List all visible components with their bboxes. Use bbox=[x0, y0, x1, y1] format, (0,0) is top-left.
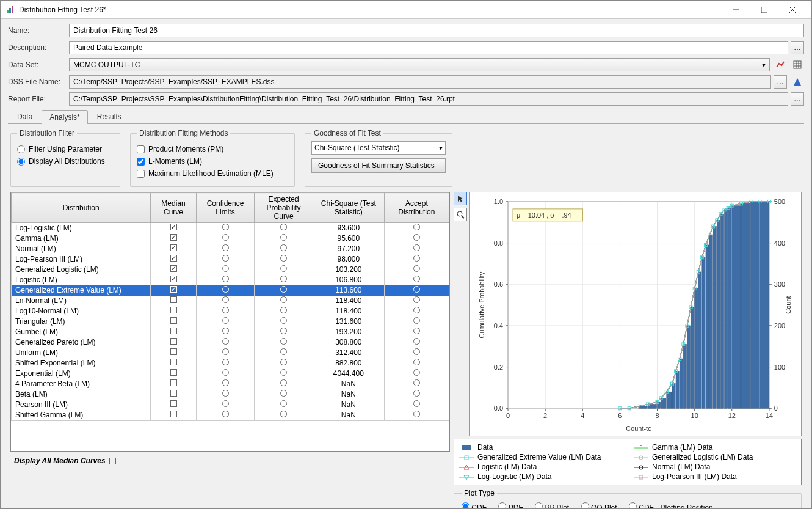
confidence-limits-radio[interactable] bbox=[222, 379, 229, 386]
median-curve-checkbox[interactable] bbox=[170, 224, 177, 230]
accept-distribution-radio[interactable] bbox=[413, 244, 420, 251]
accept-distribution-radio[interactable] bbox=[413, 265, 420, 272]
accept-distribution-radio[interactable] bbox=[413, 307, 420, 313]
confidence-limits-radio[interactable] bbox=[222, 234, 229, 241]
gof-summary-button[interactable]: Goodness of Fit Summary Statistics bbox=[311, 158, 446, 173]
maximize-button[interactable] bbox=[750, 1, 778, 19]
col-distribution[interactable]: Distribution bbox=[12, 193, 151, 223]
plot-type-cdf-radio[interactable] bbox=[462, 502, 469, 509]
table-row[interactable]: Log-Logistic (LM)93.600 bbox=[12, 223, 449, 234]
col-accept[interactable]: Accept Distribution bbox=[384, 193, 449, 223]
expected-probability-radio[interactable] bbox=[280, 338, 287, 345]
dss-plot-blue-button[interactable] bbox=[791, 75, 804, 89]
l-moments-checkbox[interactable] bbox=[137, 158, 145, 166]
pointer-tool-button[interactable] bbox=[454, 192, 467, 205]
confidence-limits-radio[interactable] bbox=[222, 359, 229, 365]
expected-probability-radio[interactable] bbox=[280, 307, 287, 313]
median-curve-checkbox[interactable] bbox=[170, 307, 177, 313]
confidence-limits-radio[interactable] bbox=[222, 317, 229, 324]
accept-distribution-radio[interactable] bbox=[413, 286, 420, 293]
confidence-limits-radio[interactable] bbox=[222, 328, 229, 334]
col-median[interactable]: Median Curve bbox=[151, 193, 196, 223]
table-row[interactable]: Ln-Normal (LM)118.400 bbox=[12, 296, 449, 306]
table-row[interactable]: Log-Pearson III (LM)98.000 bbox=[12, 254, 449, 265]
expected-probability-radio[interactable] bbox=[280, 359, 287, 365]
accept-distribution-radio[interactable] bbox=[413, 328, 420, 334]
close-button[interactable] bbox=[778, 1, 807, 19]
distribution-chart[interactable]: 024681012140.00.20.40.60.81.001002003004… bbox=[469, 192, 802, 436]
expected-probability-radio[interactable] bbox=[280, 348, 287, 355]
dataset-table-button[interactable] bbox=[791, 58, 804, 71]
confidence-limits-radio[interactable] bbox=[222, 348, 229, 355]
accept-distribution-radio[interactable] bbox=[413, 255, 420, 262]
accept-distribution-radio[interactable] bbox=[413, 296, 420, 303]
table-row[interactable]: Generalized Logistic (LM)103.200 bbox=[12, 265, 449, 275]
dataset-select[interactable]: MCMC OUTPUT-TC ▾ bbox=[69, 58, 770, 71]
confidence-limits-radio[interactable] bbox=[222, 224, 229, 230]
display-all-median-checkbox[interactable] bbox=[109, 458, 116, 464]
expected-probability-radio[interactable] bbox=[280, 244, 287, 251]
zoom-tool-button[interactable] bbox=[454, 208, 467, 221]
accept-distribution-radio[interactable] bbox=[413, 379, 420, 386]
median-curve-checkbox[interactable] bbox=[170, 255, 177, 262]
accept-distribution-radio[interactable] bbox=[413, 348, 420, 355]
confidence-limits-radio[interactable] bbox=[222, 276, 229, 282]
accept-distribution-radio[interactable] bbox=[413, 411, 420, 417]
expected-probability-radio[interactable] bbox=[280, 276, 287, 282]
expected-probability-radio[interactable] bbox=[280, 234, 287, 241]
expected-probability-radio[interactable] bbox=[280, 328, 287, 334]
median-curve-checkbox[interactable] bbox=[170, 338, 177, 345]
table-row[interactable]: Gumbel (LM)193.200 bbox=[12, 327, 449, 337]
table-row[interactable]: Logistic (LM)106.800 bbox=[12, 275, 449, 285]
table-row[interactable]: Shifted Exponential (LM)882.800 bbox=[12, 358, 449, 368]
median-curve-checkbox[interactable] bbox=[170, 379, 177, 386]
expected-probability-radio[interactable] bbox=[280, 286, 287, 293]
table-row[interactable]: Beta (LM)NaN bbox=[12, 389, 449, 400]
confidence-limits-radio[interactable] bbox=[222, 265, 229, 272]
col-expected[interactable]: Expected Probability Curve bbox=[255, 193, 313, 223]
dataset-plot-red-button[interactable] bbox=[774, 58, 787, 71]
expected-probability-radio[interactable] bbox=[280, 369, 287, 376]
median-curve-checkbox[interactable] bbox=[170, 234, 177, 241]
expected-probability-radio[interactable] bbox=[280, 379, 287, 386]
table-row[interactable]: Triangular (LM)131.600 bbox=[12, 317, 449, 327]
median-curve-checkbox[interactable] bbox=[170, 265, 177, 272]
expected-probability-radio[interactable] bbox=[280, 296, 287, 303]
table-row[interactable]: Exponential (LM)4044.400 bbox=[12, 368, 449, 379]
expected-probability-radio[interactable] bbox=[280, 411, 287, 417]
description-field[interactable] bbox=[69, 41, 788, 54]
median-curve-checkbox[interactable] bbox=[170, 296, 177, 303]
filter-using-parameter-radio[interactable] bbox=[17, 145, 25, 153]
mle-checkbox[interactable] bbox=[137, 170, 145, 178]
confidence-limits-radio[interactable] bbox=[222, 369, 229, 376]
plot-type-pdf-radio[interactable] bbox=[498, 502, 506, 509]
description-more-button[interactable]: … bbox=[791, 41, 804, 54]
confidence-limits-radio[interactable] bbox=[222, 255, 229, 262]
expected-probability-radio[interactable] bbox=[280, 265, 287, 272]
confidence-limits-radio[interactable] bbox=[222, 307, 229, 313]
table-row[interactable]: Generalized Pareto (LM)308.800 bbox=[12, 337, 449, 348]
accept-distribution-radio[interactable] bbox=[413, 338, 420, 345]
accept-distribution-radio[interactable] bbox=[413, 224, 420, 230]
gof-test-select[interactable]: Chi-Square (Test Statistic) ▾ bbox=[311, 141, 446, 155]
table-row[interactable]: Shifted Gamma (LM)NaN bbox=[12, 410, 449, 420]
median-curve-checkbox[interactable] bbox=[170, 244, 177, 251]
median-curve-checkbox[interactable] bbox=[170, 348, 177, 355]
median-curve-checkbox[interactable] bbox=[170, 359, 177, 365]
median-curve-checkbox[interactable] bbox=[170, 328, 177, 334]
confidence-limits-radio[interactable] bbox=[222, 286, 229, 293]
accept-distribution-radio[interactable] bbox=[413, 390, 420, 397]
median-curve-checkbox[interactable] bbox=[170, 400, 177, 407]
accept-distribution-radio[interactable] bbox=[413, 234, 420, 241]
name-field[interactable] bbox=[69, 24, 804, 37]
expected-probability-radio[interactable] bbox=[280, 224, 287, 230]
table-row[interactable]: Pearson III (LM)NaN bbox=[12, 400, 449, 410]
confidence-limits-radio[interactable] bbox=[222, 411, 229, 417]
minimize-button[interactable] bbox=[722, 1, 750, 19]
accept-distribution-radio[interactable] bbox=[413, 276, 420, 282]
tab-analysis[interactable]: Analysis* bbox=[42, 110, 87, 124]
tab-results[interactable]: Results bbox=[89, 109, 129, 123]
confidence-limits-radio[interactable] bbox=[222, 244, 229, 251]
table-row[interactable]: Generalized Extreme Value (LM)113.600 bbox=[12, 285, 449, 296]
accept-distribution-radio[interactable] bbox=[413, 317, 420, 324]
